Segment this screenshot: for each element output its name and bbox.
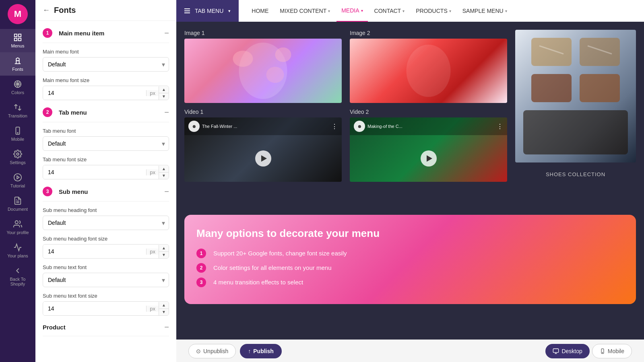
sub-heading-size-down[interactable]: ▼ [159, 252, 169, 258]
sidebar-item-menus[interactable]: Menus [0, 29, 35, 52]
main-menu-collapse[interactable]: − [164, 29, 169, 37]
nav-link-media[interactable]: MEDIA ▾ [336, 0, 367, 22]
image-2-group: Image 2 [350, 30, 507, 103]
tab-menu-button[interactable]: TAB MENU ▾ [176, 0, 239, 22]
video-1-play[interactable] [255, 150, 271, 167]
product-collapse[interactable]: − [164, 323, 169, 331]
promo-item-3: 3 4 menu transition effects to select [196, 278, 624, 287]
sub-text-font-wrap: Default ▾ [43, 273, 169, 287]
sidebar-item-colors[interactable]: Colors [0, 76, 35, 99]
colors-icon [13, 80, 22, 88]
svg-rect-1 [19, 34, 21, 37]
sidebar-item-document[interactable]: Document [0, 192, 35, 216]
tab-font-size-up[interactable]: ▲ [159, 166, 169, 173]
sidebar-item-fonts[interactable]: Fonts [0, 52, 35, 76]
sub-heading-size-input[interactable] [43, 245, 146, 258]
svg-point-14 [233, 51, 253, 67]
main-font-select[interactable]: Default [43, 57, 169, 72]
sub-text-font-select[interactable]: Default [43, 273, 169, 287]
nav-link-mixed-content[interactable]: MIXED CONTENT ▾ [275, 0, 335, 21]
video-2-label: Video 2 [350, 109, 507, 115]
section-main-menu-item: 1 Main menu item − Main menu font Defaul… [43, 21, 169, 100]
desktop-button[interactable]: Desktop [545, 344, 589, 358]
video-2[interactable]: ⊗ Making-of the C... ⋮ [350, 117, 507, 182]
nav-top: TAB MENU ▾ HOME MIXED CONTENT ▾ MEDIA [176, 0, 644, 22]
svg-point-6 [17, 133, 18, 134]
nav-link-sample-menu[interactable]: SAMPLE MENU ▾ [458, 0, 512, 21]
sub-menu-collapse[interactable]: − [164, 187, 169, 195]
transition-icon [13, 103, 22, 112]
sub-heading-size-unit: px [146, 249, 159, 255]
sub-text-size-unit: px [146, 306, 159, 312]
sidebar-item-tutorial[interactable]: Tutorial [0, 169, 35, 192]
nav-link-products[interactable]: PRODUCTS ▾ [411, 0, 456, 21]
hamburger-icon [184, 8, 190, 13]
desktop-label: Desktop [561, 348, 582, 354]
main-menu-item-title: Main menu item [59, 30, 104, 37]
main-font-size-input[interactable] [43, 86, 146, 100]
tab-menu-collapse[interactable]: − [164, 108, 169, 116]
contact-caret: ▾ [402, 9, 405, 13]
video-2-play[interactable] [421, 150, 437, 167]
media-col-2: Image 2 Video 2 [350, 30, 507, 199]
video-2-topbar: ⊗ Making-of the C... ⋮ [350, 117, 507, 135]
sub-heading-font-select[interactable]: Default [43, 216, 169, 230]
svg-rect-23 [580, 74, 620, 102]
sub-text-size-down[interactable]: ▼ [159, 309, 169, 315]
video-2-center [350, 135, 507, 182]
sub-text-size-input[interactable] [43, 302, 146, 315]
tab-font-size-wrap: px ▲ ▼ [43, 165, 169, 179]
main-font-size-wrap: px ▲ ▼ [43, 86, 169, 100]
back-button[interactable]: ← [43, 6, 50, 14]
sub-text-font-label: Sub menu text font [43, 264, 169, 270]
desktop-icon [553, 348, 559, 354]
tutorial-icon [13, 173, 22, 182]
sidebar-item-your-plans[interactable]: Your plans [0, 239, 35, 262]
main-font-size-down[interactable]: ▼ [159, 93, 169, 100]
main-font-size-unit: px [146, 90, 159, 96]
product-header: Product − [43, 316, 169, 336]
svg-rect-3 [19, 38, 21, 41]
tab-font-select[interactable]: Default [43, 136, 169, 151]
video-1-center [184, 135, 342, 182]
video-1-label: Video 1 [184, 109, 342, 115]
channel-1-icon: ⊗ [188, 121, 200, 132]
video-1[interactable]: ⊗ The Fall-Winter ... ⋮ [184, 117, 342, 182]
preview-area: TAB MENU ▾ HOME MIXED CONTENT ▾ MEDIA [176, 0, 644, 339]
sub-menu-header: 3 Sub menu − [43, 179, 169, 202]
bottom-bar: ⊙ Unpublish ↑ Publish Desktop Mobile [176, 339, 644, 362]
sub-heading-size-up[interactable]: ▲ [159, 245, 169, 252]
svg-point-16 [266, 67, 284, 83]
svg-point-7 [17, 153, 19, 155]
nav-link-home[interactable]: HOME [247, 0, 273, 21]
tab-font-size-input[interactable] [43, 165, 146, 179]
app-logo[interactable]: M [8, 4, 28, 24]
publish-icon: ↑ [248, 348, 251, 354]
panel-content: 1 Main menu item − Main menu font Defaul… [35, 21, 176, 362]
main-content: TAB MENU ▾ HOME MIXED CONTENT ▾ MEDIA [176, 0, 644, 362]
svg-point-8 [14, 174, 21, 181]
icon-sidebar: M Menus Fonts Colors Transition Mobile S… [0, 0, 35, 362]
sidebar-item-mobile[interactable]: Mobile [0, 122, 35, 146]
video-1-more[interactable]: ⋮ [331, 123, 338, 130]
mobile-view-button[interactable]: Mobile [592, 344, 632, 358]
panel-title: Fonts [54, 6, 76, 15]
svg-point-15 [275, 47, 291, 62]
sidebar-item-back-to-shopify[interactable]: Back To Shopify [0, 262, 35, 290]
nav-link-contact[interactable]: CONTACT ▾ [369, 0, 410, 21]
sidebar-item-your-profile[interactable]: Your profile [0, 216, 35, 239]
sidebar-item-transition[interactable]: Transition [0, 99, 35, 122]
main-font-size-up[interactable]: ▲ [159, 86, 169, 93]
unpublish-button[interactable]: ⊙ Unpublish [188, 344, 236, 358]
promo-item-2: 2 Color settings for all elements on you… [196, 263, 624, 273]
play-icon-1 [261, 155, 267, 162]
promo-text-3: 4 menu transition effects to select [213, 279, 303, 286]
image-1-group: Image 1 [184, 30, 342, 103]
image-2-decoration [350, 39, 507, 103]
sub-text-size-up[interactable]: ▲ [159, 302, 169, 309]
tab-font-size-down[interactable]: ▼ [159, 173, 169, 179]
publish-button[interactable]: ↑ Publish [240, 344, 282, 358]
sidebar-item-settings[interactable]: Settings [0, 146, 35, 169]
video-2-more[interactable]: ⋮ [497, 123, 503, 130]
unpublish-icon: ⊙ [196, 348, 201, 354]
